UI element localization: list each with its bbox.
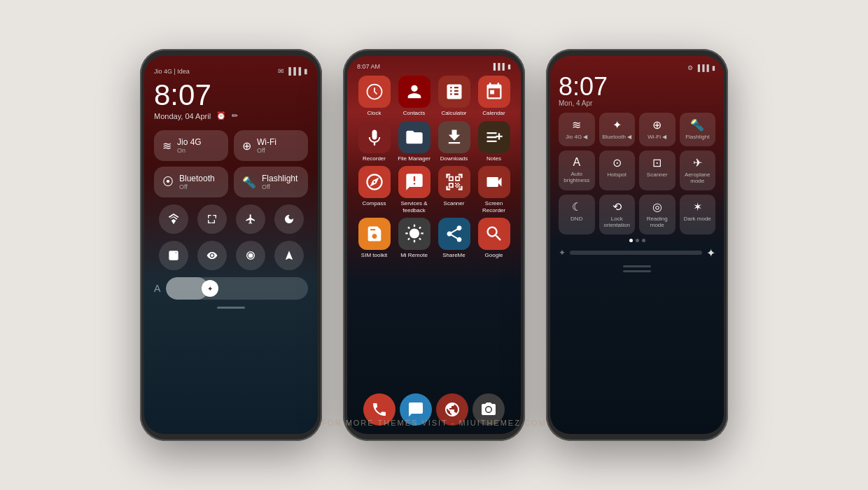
qs-reading-icon: ◎ <box>652 200 662 214</box>
p3-br-bar[interactable] <box>570 251 702 255</box>
screenrecorder-icon <box>478 166 510 198</box>
p3-date: Mon, 4 Apr <box>559 99 715 107</box>
clock-label: Clock <box>367 110 381 117</box>
p3-dot3 <box>642 239 645 242</box>
calculator-icon <box>438 76 470 108</box>
p3-time: 8:07 <box>559 74 715 99</box>
p2-row4: SIM toolkit Mi Remote Shar <box>354 218 514 259</box>
qs-bluetooth-label: Bluetooth ◀ <box>602 134 631 141</box>
app-filemanager[interactable]: File Manager <box>396 121 433 162</box>
notes-label: Notes <box>486 155 501 162</box>
qs-flashlight-label: Flashlight <box>685 134 709 141</box>
app-feedback[interactable]: Services & feedback <box>396 166 433 214</box>
p3-battery-icon: ▮ <box>712 64 715 71</box>
p2-row2: Recorder File Manager Down <box>354 121 514 162</box>
qs-dark-label: Dark mode <box>684 216 711 223</box>
p3-dot2 <box>636 239 639 242</box>
p2-time: 8:07 AM <box>357 63 380 70</box>
qs-hotspot[interactable]: ⊙ Hotspot <box>599 150 636 190</box>
p1-location-btn[interactable] <box>274 241 304 270</box>
p1-tiles: ≋ Jio 4G On ⊕ Wi-Fi Off <box>154 130 308 197</box>
brightness-bar[interactable]: ✦ <box>166 277 308 300</box>
p3-gear-icon[interactable]: ⚙ <box>687 64 693 71</box>
message-icon: ✉ <box>278 67 284 75</box>
p3-status-bar: ⚙ ▐▐▐ ▮ <box>559 64 715 71</box>
scanner-label: Scanner <box>444 200 465 207</box>
qs-reading-label: Reading mode <box>642 216 673 229</box>
qs-wifi-icon: ⊕ <box>652 118 662 132</box>
p2-battery-icon: ▮ <box>507 63 511 70</box>
signal-icon: ▐▐▐ <box>286 67 301 75</box>
calendar-icon <box>478 76 510 108</box>
qs-dnd-icon: ☾ <box>572 200 582 214</box>
svg-point-3 <box>486 407 491 412</box>
p1-tile-flashlight[interactable]: 🔦 Flashlight Off <box>234 167 308 197</box>
calendar-label: Calendar <box>482 110 505 117</box>
phone2-screen: 8:07 AM ▐▐▐ ▮ Clock <box>347 56 521 434</box>
miremote-icon <box>398 218 430 250</box>
app-clock[interactable]: Clock <box>356 76 393 117</box>
app-miremote[interactable]: Mi Remote <box>396 218 433 259</box>
qs-darkmode[interactable]: ✶ Dark mode <box>680 195 716 234</box>
p1-tile-wifi[interactable]: ⊕ Wi-Fi Off <box>234 130 308 161</box>
phone1: Jio 4G | Idea ✉ ▐▐▐ ▮ 8:07 Monday, 04 Ap… <box>140 49 322 441</box>
app-screenrecorder[interactable]: Screen Recorder <box>476 166 512 214</box>
p1-eye-btn[interactable] <box>197 241 227 270</box>
p1-status-icons: ✉ ▐▐▐ ▮ <box>278 67 308 75</box>
qs-scanner[interactable]: ⊡ Scanner <box>639 150 676 190</box>
p1-airplane-btn[interactable] <box>236 204 265 234</box>
app-downloads[interactable]: Downloads <box>436 121 472 162</box>
phone1-screen: Jio 4G | Idea ✉ ▐▐▐ ▮ 8:07 Monday, 04 Ap… <box>144 56 318 434</box>
p2-status-bar: 8:07 AM ▐▐▐ ▮ <box>347 56 521 73</box>
qs-readingmode[interactable]: ◎ Reading mode <box>639 195 676 234</box>
app-recorder[interactable]: Recorder <box>356 121 393 162</box>
qs-hotspot-icon: ⊙ <box>612 156 622 169</box>
qs-dnd[interactable]: ☾ DND <box>559 195 595 234</box>
p1-wifi-btn[interactable] <box>159 204 188 234</box>
qs-wifi[interactable]: ⊕ Wi-Fi ◀ <box>639 113 676 146</box>
app-notes[interactable]: Notes <box>476 121 512 162</box>
app-shareme[interactable]: ShareMe <box>436 218 472 259</box>
app-google[interactable]: Google <box>476 218 512 259</box>
p1-moon-btn[interactable] <box>274 204 304 234</box>
qs-hotspot-label: Hotspot <box>607 172 626 178</box>
downloads-icon <box>438 121 470 153</box>
qs-bluetooth[interactable]: ✦ Bluetooth ◀ <box>599 113 636 146</box>
qs-jio4g[interactable]: ≋ Jio 4G ◀ <box>559 113 595 146</box>
compass-label: Compass <box>363 200 386 207</box>
notes-icon <box>478 121 510 153</box>
qs-autobrightness[interactable]: A Auto brightness <box>559 150 595 190</box>
p1-tile-bluetooth[interactable]: ⦿ Bluetooth Off <box>154 167 228 197</box>
bluetooth-label: Bluetooth <box>179 174 215 183</box>
app-contacts[interactable]: Contacts <box>396 76 433 117</box>
qs-wifi-label: Wi-Fi ◀ <box>648 134 666 141</box>
p1-camera-btn[interactable] <box>159 241 188 270</box>
qs-auto-label: Auto brightness <box>561 171 592 184</box>
screenrecorder-label: Screen Recorder <box>476 200 512 214</box>
app-calendar[interactable]: Calendar <box>476 76 512 117</box>
p1-brightness: A ✦ <box>154 277 308 300</box>
qs-flashlight[interactable]: 🔦 Flashlight <box>680 113 716 146</box>
simtoolkit-label: SIM toolkit <box>361 252 387 259</box>
brightness-a-icon: A <box>154 283 160 294</box>
app-compass[interactable]: Compass <box>356 166 393 214</box>
p1-expand-btn[interactable] <box>197 204 227 234</box>
app-scanner[interactable]: Scanner <box>436 166 472 214</box>
app-calculator[interactable]: Calculator <box>436 76 472 117</box>
simtoolkit-icon <box>358 218 391 250</box>
clock-icon <box>358 76 391 108</box>
qs-rotation-label: Lock orientation <box>602 216 633 229</box>
wifi-status: Off <box>257 147 276 154</box>
qs-airplane[interactable]: ✈ Aeroplane mode <box>680 150 716 190</box>
downloads-label: Downloads <box>440 155 468 162</box>
qs-lockorientation[interactable]: ⟲ Lock orientation <box>599 195 636 234</box>
battery-icon: ▮ <box>304 67 308 75</box>
bluetooth-icon: ⦿ <box>162 176 174 188</box>
qs-flashlight-icon: 🔦 <box>690 118 704 132</box>
jio4g-status: On <box>177 147 202 154</box>
phones-container: Jio 4G | Idea ✉ ▐▐▐ ▮ 8:07 Monday, 04 Ap… <box>140 49 728 441</box>
p1-circle-btn[interactable] <box>236 241 265 270</box>
p1-tile-jio4g[interactable]: ≋ Jio 4G On <box>154 130 228 161</box>
feedback-label: Services & feedback <box>396 200 433 214</box>
app-simtoolkit[interactable]: SIM toolkit <box>356 218 393 259</box>
